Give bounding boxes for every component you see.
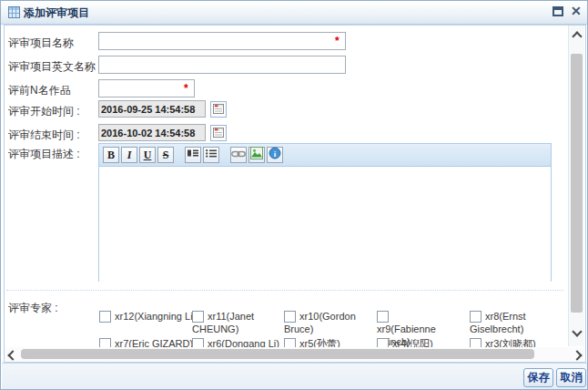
dialog-footer	[2, 363, 588, 390]
scroll-right-button[interactable]	[571, 349, 583, 361]
italic-button[interactable]: I	[121, 147, 137, 163]
cancel-button[interactable]: 取消	[556, 368, 586, 387]
start-time-calendar-button[interactable]	[210, 101, 227, 118]
calendar-icon	[213, 127, 224, 140]
dialog-title-bar[interactable]: 添加评审项目 ✕	[1, 1, 587, 25]
chevron-up-icon	[572, 31, 582, 41]
editor-toolbar: B I U S i	[99, 144, 551, 167]
link-button[interactable]	[230, 147, 247, 163]
info-button[interactable]: i	[267, 147, 283, 163]
chevron-down-icon	[572, 326, 582, 336]
expert-checkbox[interactable]	[284, 311, 296, 323]
top-n-input[interactable]	[98, 79, 195, 98]
expert-checkbox[interactable]	[470, 311, 482, 323]
required-asterisk: *	[335, 35, 340, 47]
description-editor: B I U S i	[98, 143, 552, 282]
list-icon	[205, 148, 218, 162]
underline-button[interactable]: U	[139, 147, 156, 163]
expert-checkbox[interactable]	[99, 311, 111, 323]
image-icon	[250, 147, 263, 163]
save-button[interactable]: 保存	[523, 368, 553, 387]
editor-text-area[interactable]	[99, 167, 551, 282]
info-icon: i	[269, 147, 281, 163]
top-n-label: 评前N名作品	[8, 83, 71, 98]
project-name-label: 评审项目名称	[8, 36, 74, 51]
scroll-left-button[interactable]	[6, 349, 18, 361]
bold-button[interactable]: B	[103, 147, 119, 163]
experts-label: 评审专家 :	[8, 301, 58, 316]
expert-checkbox[interactable]	[192, 311, 204, 323]
maximize-icon[interactable]	[553, 6, 563, 16]
grid-icon	[8, 6, 20, 21]
calendar-icon	[213, 103, 224, 117]
dialog-title: 添加评审项目	[24, 5, 89, 21]
start-time-input[interactable]	[98, 100, 206, 118]
chevron-right-icon	[572, 350, 582, 360]
add-review-project-dialog: 添加评审项目 ✕ 评审项目名称 * 评审项目英文名称 评前N名作品 * 评审开始…	[0, 0, 588, 390]
blockquote-button[interactable]	[185, 147, 201, 163]
link-icon	[231, 149, 246, 162]
project-name-input[interactable]	[98, 32, 346, 50]
expert-checkbox[interactable]	[377, 311, 389, 323]
expert-item: xr11(Janet CHEUNG)	[192, 310, 265, 335]
vertical-scrollbar-thumb[interactable]	[571, 54, 583, 313]
horizontal-scrollbar-thumb[interactable]	[21, 349, 534, 359]
image-button[interactable]	[248, 147, 265, 163]
expert-label: xr12(Xiangning Li)	[115, 311, 196, 322]
project-name-en-label: 评审项目英文名称	[8, 59, 96, 75]
expert-item: xr8(Ernst Giselbrecht)	[470, 310, 542, 335]
list-button[interactable]	[203, 147, 219, 163]
description-label: 评审项目描述 :	[8, 147, 80, 162]
end-time-calendar-button[interactable]	[210, 125, 227, 141]
strikethrough-button[interactable]: S	[157, 147, 174, 163]
close-icon[interactable]: ✕	[571, 4, 582, 18]
end-time-label: 评审结束时间 :	[8, 128, 80, 143]
blockquote-icon	[187, 148, 199, 162]
section-divider	[6, 290, 563, 291]
start-time-label: 评审开始时间 :	[8, 104, 80, 119]
chevron-left-icon	[7, 350, 17, 360]
end-time-input[interactable]	[98, 124, 206, 141]
scroll-up-button[interactable]	[571, 30, 583, 42]
scroll-down-button[interactable]	[571, 325, 583, 337]
required-asterisk: *	[184, 82, 188, 95]
project-name-en-input[interactable]	[98, 56, 346, 74]
expert-item: xr10(Gordon Bruce)	[284, 310, 357, 335]
